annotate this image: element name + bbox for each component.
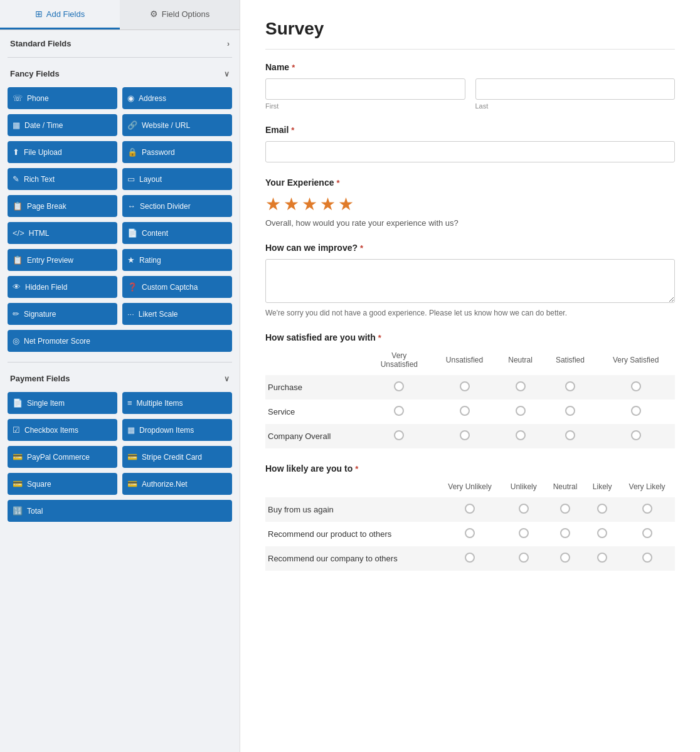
radio-buy-1[interactable] [465,504,475,514]
hiddenfield-button[interactable]: 👁 Hidden Field [8,276,117,298]
radio-reccomp-2[interactable] [519,553,529,563]
radio-reccomp-4[interactable] [597,553,607,563]
layout-icon: ▭ [127,174,135,184]
pagebreak-button[interactable]: 📋 Page Break [8,195,117,217]
radio-purchase-3[interactable] [516,381,526,391]
radio-buy-2[interactable] [519,504,529,514]
radio-company-3[interactable] [516,430,526,440]
improve-textarea[interactable] [265,259,675,303]
radio-reccomp-3[interactable] [560,553,570,563]
radio-company-4[interactable] [565,430,575,440]
fancy-fields-header[interactable]: Fancy Fields ∨ [0,60,240,85]
total-button[interactable]: 🔢 Total [8,500,232,522]
pagebreak-icon: 📋 [13,201,23,211]
likely-field: How likely are you to * Very Unlikely Un… [265,463,675,571]
email-field: Email * [265,125,675,162]
radio-purchase-4[interactable] [565,381,575,391]
radio-service-1[interactable] [394,406,404,416]
name-last-input[interactable] [475,78,676,100]
richtext-button[interactable]: ✎ Rich Text [8,168,117,190]
fileupload-button[interactable]: ⬆ File Upload [8,141,117,163]
star-1[interactable]: ★ [265,194,281,214]
radio-service-3[interactable] [516,406,526,416]
standard-fields-header[interactable]: Standard Fields › [0,30,240,55]
singleitem-button[interactable]: 📄 Single Item [8,392,117,414]
entrypreview-icon: 📋 [13,255,23,265]
row-label-service: Service [265,400,366,424]
left-panel: ⊞ Add Fields ⚙ Field Options Standard Fi… [0,0,240,752]
radio-recprod-1[interactable] [465,528,475,538]
signature-button[interactable]: ✏ Signature [8,303,117,325]
email-required: * [291,125,294,135]
radio-purchase-5[interactable] [631,381,641,391]
sectiondivider-button[interactable]: ↔ Section Divider [122,195,232,217]
improve-label: How can we improve? * [265,243,675,253]
stripecreditcard-button[interactable]: 💳 Stripe Credit Card [122,446,232,468]
total-icon: 🔢 [13,506,23,516]
improve-field: How can we improve? * We're sorry you di… [265,243,675,317]
satisfied-col-2: Unsatisfied [432,349,497,375]
tab-add-fields-label: Add Fields [46,9,85,19]
email-input[interactable] [265,141,675,162]
radio-purchase-2[interactable] [460,381,470,391]
rating-button[interactable]: ★ Rating [122,249,232,271]
dropdownitems-button[interactable]: ▦ Dropdown Items [122,419,232,441]
tab-field-options[interactable]: ⚙ Field Options [120,0,240,29]
radio-company-5[interactable] [631,430,641,440]
tabs-bar: ⊞ Add Fields ⚙ Field Options [0,0,240,30]
name-first-input[interactable] [265,78,465,100]
radio-buy-5[interactable] [642,504,652,514]
radio-buy-3[interactable] [560,504,570,514]
tab-add-fields[interactable]: ⊞ Add Fields [0,0,120,29]
payment-fields-header[interactable]: Payment Fields ∨ [0,365,240,389]
radio-recprod-5[interactable] [642,528,652,538]
radio-recprod-3[interactable] [560,528,570,538]
datetime-button[interactable]: ▦ Date / Time [8,114,117,136]
radio-service-2[interactable] [460,406,470,416]
website-button[interactable]: 🔗 Website / URL [122,114,232,136]
html-button[interactable]: </> HTML [8,222,117,244]
radio-company-1[interactable] [394,430,404,440]
divider [8,57,232,58]
radio-buy-4[interactable] [597,504,607,514]
phone-button[interactable]: ☏ Phone [8,87,117,109]
star-3[interactable]: ★ [302,194,317,214]
star-4[interactable]: ★ [320,194,336,214]
table-row: Recommend our product to others [265,522,675,546]
dropdown-icon: ▦ [127,425,135,435]
customcaptcha-button[interactable]: ❓ Custom Captcha [122,276,232,298]
star-rating[interactable]: ★ ★ ★ ★ ★ [265,194,675,214]
checkboxitems-button[interactable]: ☑ Checkbox Items [8,419,117,441]
name-last-sublabel: Last [475,102,676,110]
payment-fields-label: Payment Fields [10,374,70,383]
radio-recprod-2[interactable] [519,528,529,538]
layout-button[interactable]: ▭ Layout [122,168,232,190]
radio-service-4[interactable] [565,406,575,416]
eye-icon: 👁 [13,282,21,292]
star-5[interactable]: ★ [338,194,354,214]
radio-reccomp-1[interactable] [465,553,475,563]
radio-reccomp-5[interactable] [642,553,652,563]
netpromoter-button[interactable]: ◎ Net Promoter Score [8,330,232,352]
star-2[interactable]: ★ [284,194,299,214]
improve-desc: We're sorry you did not have a good expe… [265,309,675,317]
radio-service-5[interactable] [631,406,641,416]
entrypreview-button[interactable]: 📋 Entry Preview [8,249,117,271]
checkbox-icon: ☑ [13,425,20,435]
password-button[interactable]: 🔒 Password [122,141,232,163]
likertscale-button[interactable]: ··· Likert Scale [122,303,232,325]
link-icon: 🔗 [127,120,137,130]
likely-col-3: Neutral [545,480,585,497]
radio-company-2[interactable] [460,430,470,440]
experience-required: * [336,178,339,188]
signature-icon: ✏ [13,309,19,319]
multipleitems-button[interactable]: ≡ Multiple Items [122,392,232,414]
paypalcommerce-button[interactable]: 💳 PayPal Commerce [8,446,117,468]
address-button[interactable]: ◉ Address [122,87,232,109]
radio-purchase-1[interactable] [394,381,404,391]
radio-recprod-4[interactable] [597,528,607,538]
content-button[interactable]: 📄 Content [122,222,232,244]
authorizenet-button[interactable]: 💳 Authorize.Net [122,473,232,495]
row-label-buyagain: Buy from us again [265,497,437,522]
square-button[interactable]: 💳 Square [8,473,117,495]
